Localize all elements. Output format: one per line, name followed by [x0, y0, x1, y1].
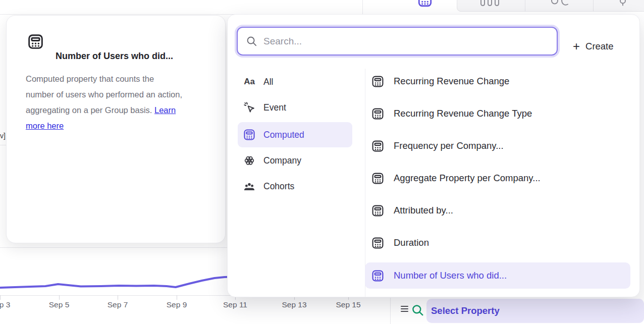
axis-tick: [118, 295, 118, 300]
top-pane-vertical-divider: [362, 0, 363, 14]
axis-tick: [0, 295, 1, 300]
learn-more-link[interactable]: more here: [26, 121, 64, 130]
result-recurring-revenue-change-type[interactable]: Recurring Revenue Change Type: [365, 97, 630, 130]
calculator-tab-icon[interactable]: [417, 0, 433, 8]
calculator-icon: [243, 128, 256, 141]
axis-label: Sep 15: [336, 300, 360, 309]
cursor-sparkle-icon: [243, 101, 256, 114]
calculator-icon: [371, 75, 385, 88]
property-tooltip-card: Number of Users who did... Computed prop…: [6, 15, 226, 243]
people-group-icon: [243, 180, 256, 193]
learn-more-link[interactable]: Learn: [154, 105, 176, 115]
search-field[interactable]: [237, 27, 558, 56]
tooltip-title: Number of Users who did...: [56, 51, 173, 62]
create-button-label: Create: [585, 41, 614, 52]
result-number-of-users-who-did[interactable]: Number of Users who did...: [365, 262, 630, 289]
tab-divider: [525, 0, 525, 12]
axis-label: Sep 7: [108, 300, 128, 309]
app-screen: v] Sep 3 Sep 5 Sep 7 Sep 9 Sep 11 Sep 13…: [0, 0, 644, 324]
curve-tab-icon[interactable]: [550, 0, 568, 8]
axis-label: Sep 5: [49, 300, 70, 309]
calculator-icon: [371, 204, 385, 218]
result-aggregate-property-per-company[interactable]: Aggregate Property per Company...: [365, 162, 630, 194]
axis-tick: [177, 295, 177, 300]
left-clipped-text-fragment: v]: [0, 132, 6, 140]
category-cohorts[interactable]: Cohorts: [238, 175, 352, 197]
axis-label: Sep 9: [167, 300, 187, 309]
search-input[interactable]: [263, 36, 549, 47]
calculator-icon: [371, 269, 385, 283]
select-property-button[interactable]: Select Property: [426, 299, 644, 323]
result-attributed-by[interactable]: Attributed by...: [365, 194, 630, 227]
tooltip-description-line: aggregating on a per Group basis. Learn: [26, 102, 218, 118]
Aa-icon: Aa: [243, 77, 256, 87]
hamburger-icon[interactable]: [401, 306, 408, 314]
category-computed[interactable]: Computed: [238, 122, 352, 147]
category-all[interactable]: Aa All: [238, 71, 352, 93]
create-button[interactable]: + Create: [569, 37, 618, 56]
calculator-icon: [27, 33, 44, 50]
category-event[interactable]: Event: [238, 96, 352, 119]
tooltip-description-line: number of users who performed an action,: [26, 87, 218, 102]
green-search-icon[interactable]: [411, 303, 424, 317]
axis-label: Sep 11: [223, 300, 247, 309]
flower-cluster-icon: [243, 154, 256, 167]
calculator-icon: [371, 172, 385, 185]
result-frequency-per-company[interactable]: Frequency per Company...: [365, 130, 630, 162]
axis-tick: [59, 295, 60, 300]
calculator-icon: [371, 139, 385, 153]
axis-label: Sep 3: [0, 300, 10, 309]
bottom-row-divider: [390, 298, 391, 324]
tooltip-description-line: Computed property that counts the: [26, 71, 218, 87]
flag-tab-icon[interactable]: [619, 0, 627, 8]
tab-divider: [593, 0, 594, 12]
category-company[interactable]: Company: [238, 149, 352, 172]
result-recurring-revenue-change[interactable]: Recurring Revenue Change: [365, 65, 630, 97]
line-chart: [0, 272, 233, 297]
search-icon: [246, 35, 257, 47]
chart-card-top-border: [0, 247, 230, 248]
plus-icon: +: [573, 40, 580, 52]
calculator-icon: [371, 236, 385, 250]
left-fragment-divider: [0, 145, 6, 145]
axis-label: Sep 13: [282, 300, 306, 309]
metric-type-tabbar: [388, 0, 644, 14]
property-picker-panel: + Create Aa All Event: [227, 14, 640, 297]
bars-tab-icon[interactable]: [480, 0, 501, 7]
tooltip-description-line: more here: [26, 118, 218, 134]
calculator-icon: [371, 107, 385, 121]
result-duration[interactable]: Duration: [365, 227, 630, 259]
select-property-label: Select Property: [431, 305, 500, 316]
